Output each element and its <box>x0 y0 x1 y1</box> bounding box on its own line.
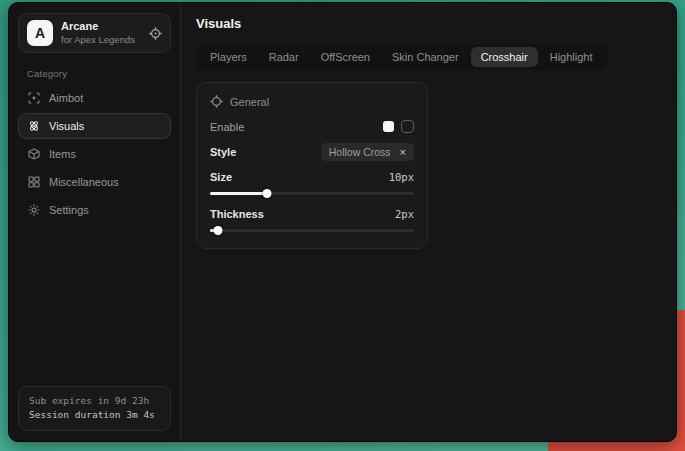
sidebar-item-miscellaneous[interactable]: Miscellaneous <box>18 169 171 195</box>
main-content: Visuals Players Radar OffScreen Skin Cha… <box>181 3 676 441</box>
misc-grid-icon <box>28 176 40 188</box>
sidebar-item-settings[interactable]: Settings <box>18 197 171 223</box>
style-select[interactable]: Hollow Cross × <box>321 143 414 161</box>
sidebar-item-label: Items <box>49 148 76 160</box>
clear-style-icon[interactable]: × <box>400 147 406 158</box>
brand-logo: A <box>27 20 53 46</box>
tab-bar: Players Radar OffScreen Skin Changer Cro… <box>196 44 607 70</box>
sidebar-item-aimbot[interactable]: Aimbot <box>18 85 171 111</box>
tab-offscreen[interactable]: OffScreen <box>311 47 380 67</box>
sidebar-item-items[interactable]: Items <box>18 141 171 167</box>
tab-players[interactable]: Players <box>200 47 257 67</box>
aimbot-scope-icon <box>28 92 40 104</box>
thickness-slider-thumb[interactable] <box>214 226 223 235</box>
thickness-row: Thickness 2px <box>210 208 414 220</box>
enable-label: Enable <box>210 121 244 133</box>
tab-radar[interactable]: Radar <box>259 47 309 67</box>
tab-skin-changer[interactable]: Skin Changer <box>382 47 469 67</box>
brand-subtitle: for Apex Legends <box>61 34 141 46</box>
general-settings-panel: General Enable Style Hollow Cross × <box>196 82 428 249</box>
size-slider-fill <box>210 192 267 195</box>
style-label: Style <box>210 146 236 158</box>
sidebar-item-label: Aimbot <box>49 92 83 104</box>
enable-row: Enable <box>210 120 414 133</box>
visuals-atom-icon <box>28 120 40 132</box>
settings-gear-icon <box>28 204 40 216</box>
arcane-menu-window: A Arcane for Apex Legends Category <box>8 2 677 442</box>
sidebar-item-label: Settings <box>49 204 89 216</box>
sidebar: A Arcane for Apex Legends Category <box>9 3 181 441</box>
size-slider-thumb[interactable] <box>263 189 272 198</box>
sidebar-item-label: Visuals <box>49 120 84 132</box>
items-box-icon <box>28 148 40 160</box>
session-duration-text: Session duration 3m 4s <box>29 408 160 423</box>
tab-crosshair[interactable]: Crosshair <box>471 47 538 67</box>
brand-card: A Arcane for Apex Legends <box>18 13 171 53</box>
thickness-value: 2px <box>395 208 414 220</box>
thickness-slider-track[interactable] <box>210 229 414 232</box>
category-label: Category <box>27 68 171 79</box>
game-background: A Arcane for Apex Legends Category <box>0 0 685 451</box>
style-selected-value: Hollow Cross <box>329 146 391 158</box>
crosshair-icon <box>210 95 223 108</box>
panel-header-label: General <box>230 96 269 108</box>
tab-highlight[interactable]: Highlight <box>540 47 603 67</box>
crosshair-target-icon[interactable] <box>149 27 162 40</box>
subscription-status-box: Sub expires in 9d 23h Session duration 3… <box>18 386 171 431</box>
size-value: 10px <box>389 171 414 183</box>
sidebar-item-label: Miscellaneous <box>49 176 119 188</box>
size-label: Size <box>210 171 232 183</box>
size-slider[interactable] <box>210 189 414 198</box>
thickness-slider[interactable] <box>210 226 414 235</box>
page-title: Visuals <box>196 16 661 31</box>
brand-title: Arcane <box>61 20 141 34</box>
sub-expires-text: Sub expires in 9d 23h <box>29 394 160 409</box>
style-row: Style Hollow Cross × <box>210 143 414 161</box>
sidebar-item-visuals[interactable]: Visuals <box>18 113 171 139</box>
enable-keybind-box[interactable] <box>401 120 414 133</box>
enable-checkbox-checked[interactable] <box>383 121 394 132</box>
sidebar-nav: Aimbot Visuals <box>18 85 171 223</box>
thickness-label: Thickness <box>210 208 264 220</box>
size-row: Size 10px <box>210 171 414 183</box>
